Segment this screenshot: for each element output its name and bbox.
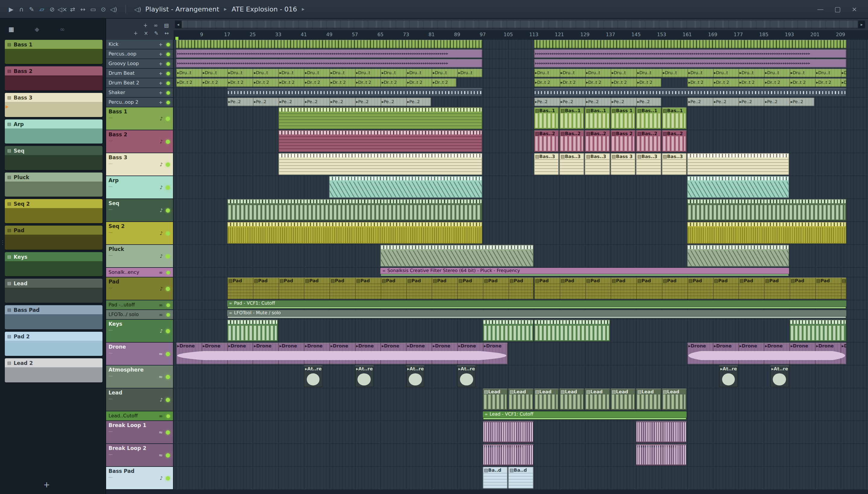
lane-keys[interactable] [174, 320, 868, 343]
track-header-bass-2[interactable]: Bass 2...♪ [106, 130, 174, 153]
preview-speaker-icon[interactable]: ◁) [108, 0, 119, 18]
clip-break-loop-2[interactable]: ▸▸▸▸▸▸▸▸▸▸▸▸▸▸▸▸▸▸▸▸▸▸ [483, 444, 533, 466]
horizontal-scrollbar[interactable]: ◂ ▸ [175, 20, 865, 28]
track-header-break-loop-2[interactable]: Break Loop 2...≈ [106, 444, 174, 467]
clip-percus-oop[interactable]: ▸▸▸▸▸▸▸▸▸▸▸▸▸▸▸▸▸▸▸▸▸▸▸▸▸▸▸▸▸▸▸▸▸▸▸▸▸▸▸▸… [534, 50, 846, 58]
mute-led[interactable] [166, 286, 170, 291]
clip-drum-beat-2[interactable]: ▸Dr..t 2▸Dr..t 2▸Dr..t 2▸Dr..t 2▸Dr..t 2… [176, 78, 457, 87]
clip-sonalk-ency[interactable]: ∞Sonalksis Creative Filter Stereo (64 bi… [380, 268, 789, 276]
lane-seq[interactable] [174, 199, 868, 222]
clip-bass-1[interactable]: ▤Bas..1 [534, 107, 559, 129]
mute-led[interactable] [166, 139, 170, 144]
lane-break-loop-2[interactable]: ▸▸▸▸▸▸▸▸▸▸▸▸▸▸▸▸▸▸▸▸▸▸▸▸▸▸▸▸▸▸▸▸▸▸▸▸▸▸▸▸… [174, 444, 868, 467]
clip-atmosphere[interactable]: ▸At..re [355, 365, 374, 387]
lane-percus-oop[interactable]: ▸▸▸▸▸▸▸▸▸▸▸▸▸▸▸▸▸▸▸▸▸▸▸▸▸▸▸▸▸▸▸▸▸▸▸▸▸▸▸▸… [174, 50, 868, 59]
clip-pad[interactable]: ▤Pad▤Pad▤Pad▤Pad▤Pad▤Pad▤Pad▤Pad▤Pad▤Pad… [534, 278, 846, 299]
lane-pad-utoff[interactable]: ∞Pad - VCF1: Cutoff [174, 300, 868, 310]
ruler[interactable]: 9172533414957657381899710511312112913714… [174, 30, 868, 40]
playhead-marker[interactable] [175, 37, 178, 40]
mute-led[interactable] [166, 303, 170, 307]
mute-led[interactable] [166, 91, 170, 94]
note-icon[interactable]: ♪ [160, 286, 163, 291]
link-icon[interactable]: ∞ [60, 26, 65, 33]
link-icon[interactable]: ∞ [159, 312, 163, 317]
draw-icon[interactable]: ✎ [154, 30, 159, 36]
clip-bass-1[interactable]: ▤Bass 1 [611, 107, 636, 129]
clip-groovy-loop[interactable]: ▸▸▸▸▸▸▸▸▸▸▸▸▸▸▸▸▸▸▸▸▸▸▸▸▸▸▸▸▸▸▸▸▸▸▸▸▸▸▸▸… [176, 59, 482, 68]
clip-lead[interactable]: ▤Lead [534, 388, 559, 410]
picker-item-arp[interactable]: ▤Arp [5, 119, 102, 144]
track-header-drum-beat[interactable]: Drum Beat+ [106, 69, 174, 78]
clip-bass-3[interactable]: ▤Bas..3 [662, 153, 687, 175]
lane-bass-1[interactable]: ▤Bas..1▤Bas..1▤Bas..1▤Bass 1▤Bas..1▤Bas.… [174, 107, 868, 130]
track-header-keys[interactable]: Keys...♪ [106, 320, 174, 343]
lane-seq-2[interactable] [174, 222, 868, 245]
move-icon[interactable]: + [159, 90, 163, 95]
zoom-icon[interactable]: ⊙ [98, 0, 108, 18]
picker-item-lead[interactable]: ▤Lead [5, 279, 102, 303]
note-icon[interactable]: ♪ [160, 397, 163, 402]
track-header-lead[interactable]: Lead...♪ [106, 388, 174, 411]
clip-kick[interactable] [534, 40, 846, 48]
clip-shaker[interactable] [227, 88, 482, 96]
clip-pluck[interactable] [380, 245, 533, 267]
clip-percu-oop-2[interactable]: ▸Pe..2▸Pe..2▸Pe..2▸Pe..2▸Pe..2 [534, 98, 661, 106]
clip-seq-2[interactable] [687, 222, 846, 244]
mute-led[interactable] [166, 270, 170, 274]
maximize-button[interactable]: ▢ [834, 5, 841, 13]
clip-percus-oop[interactable]: ▸▸▸▸▸▸▸▸▸▸▸▸▸▸▸▸▸▸▸▸▸▸▸▸▸▸▸▸▸▸▸▸▸▸▸▸▸▸▸▸… [176, 50, 482, 58]
mute-led[interactable] [166, 162, 170, 167]
track-header-seq-2[interactable]: Seq 2...♪ [106, 222, 174, 245]
lane-drone[interactable]: ▸Drone▸Drone▸Drone▸Drone▸Drone▸Drone▸Dro… [174, 343, 868, 365]
track-header-pluck[interactable]: Pluck...♪ [106, 245, 174, 268]
clip-lfoto-solo[interactable]: ∞LFOTool - Mute / solo [227, 310, 846, 319]
note-icon[interactable]: ♪ [160, 116, 163, 121]
move-icon[interactable]: + [143, 22, 148, 28]
scroll-right-icon[interactable]: ▸ [859, 20, 865, 28]
clip-lead[interactable]: ▤Lead [662, 388, 687, 410]
track-header-groovy-loop[interactable]: Groovy Loop+ [106, 59, 174, 69]
delete-icon[interactable]: × [144, 30, 148, 36]
lane-bass-pad[interactable]: ▤Ba..d▤Ba..d [174, 467, 868, 490]
clip-drone[interactable]: ▸Drone▸Drone▸Drone▸Drone▸Drone▸Drone▸Dro… [176, 343, 508, 364]
track-header-pad-utoff[interactable]: Pad -..utoff∞ [106, 300, 174, 310]
track-header-percu-oop-2[interactable]: Percu..oop 2+ [106, 98, 174, 107]
track-header-lead-cutoff[interactable]: Lead..Cutoff∞ [106, 411, 174, 421]
picker-item-pluck[interactable]: ▤Pluck [5, 172, 102, 197]
mute-led[interactable] [166, 375, 170, 379]
clip-bass-2[interactable] [278, 130, 482, 152]
mute-led[interactable] [166, 398, 170, 402]
clip-bass-1[interactable]: ▤Bas..1 [559, 107, 585, 129]
lane-percu-oop-2[interactable]: ▸Pe..2▸Pe..2▸Pe..2▸Pe..2▸Pe..2▸Pe..2▸Pe.… [174, 98, 868, 107]
picker-item-bass-2[interactable]: ▤Bass 2 [5, 66, 102, 91]
clip-bass-3[interactable]: ▤Bas..3 [636, 153, 661, 175]
clip-seq[interactable] [687, 199, 846, 221]
clip-arp[interactable] [330, 176, 482, 198]
lane-lead-cutoff[interactable]: ∞Lead - VCF1: Cutoff [174, 411, 868, 421]
speaker-mute-icon[interactable]: ◁× [57, 0, 67, 18]
swap-icon[interactable]: ⇄ [67, 0, 78, 18]
move-icon[interactable]: + [159, 80, 163, 86]
stretch-icon[interactable]: ↔ [164, 30, 169, 36]
clip-lead-cutoff[interactable]: ∞Lead - VCF1: Cutoff [483, 411, 687, 420]
picker-item-bass-1[interactable]: ▤Bass 1 [5, 40, 102, 64]
lane-lead[interactable]: ▤Lead▤Lead▤Lead▤Lead▤Lead▤Lead▤Lead▤Lead [174, 388, 868, 411]
clip-lead[interactable]: ▤Lead [508, 388, 533, 410]
mute-led[interactable] [166, 430, 170, 434]
clip-bass-3[interactable] [278, 153, 482, 175]
lane-atmosphere[interactable]: ▸At..re▸At..re▸At..re▸At..re▸At..re▸At..… [174, 365, 868, 388]
picker-item-keys[interactable]: ▤Keys [5, 252, 102, 276]
slide-icon[interactable]: ∞ [154, 22, 158, 28]
track-header-bass-3[interactable]: Bass 3...♪ [106, 153, 174, 176]
mute-led[interactable] [166, 352, 170, 356]
clip-break-loop-2[interactable]: ▸▸▸▸▸▸▸▸▸▸▸▸▸▸▸▸▸▸▸▸▸▸ [636, 444, 687, 466]
clip-seq-2[interactable] [227, 222, 482, 244]
track-header-lfoto-solo[interactable]: LFOTo../ solo∞ [106, 310, 174, 320]
clip-drum-beat-2[interactable]: ▸Dr..t 2▸Dr..t 2▸Dr..t 2▸Dr..t 2▸Dr..t 2… [687, 78, 846, 87]
note-icon[interactable]: ♪ [160, 328, 163, 334]
lane-break-loop-1[interactable] [174, 421, 868, 444]
mute-led[interactable] [166, 329, 170, 333]
lane-bass-2[interactable]: ▤Bas..2▤Bas..2▤Bas..2▤Bass 2▤Bas..2▤Bas.… [174, 130, 868, 153]
note-icon[interactable]: ♪ [160, 162, 163, 167]
clip-drone[interactable]: ▸Drone▸Drone▸Drone▸Drone▸Drone▸Drone▸Dro… [687, 343, 846, 364]
